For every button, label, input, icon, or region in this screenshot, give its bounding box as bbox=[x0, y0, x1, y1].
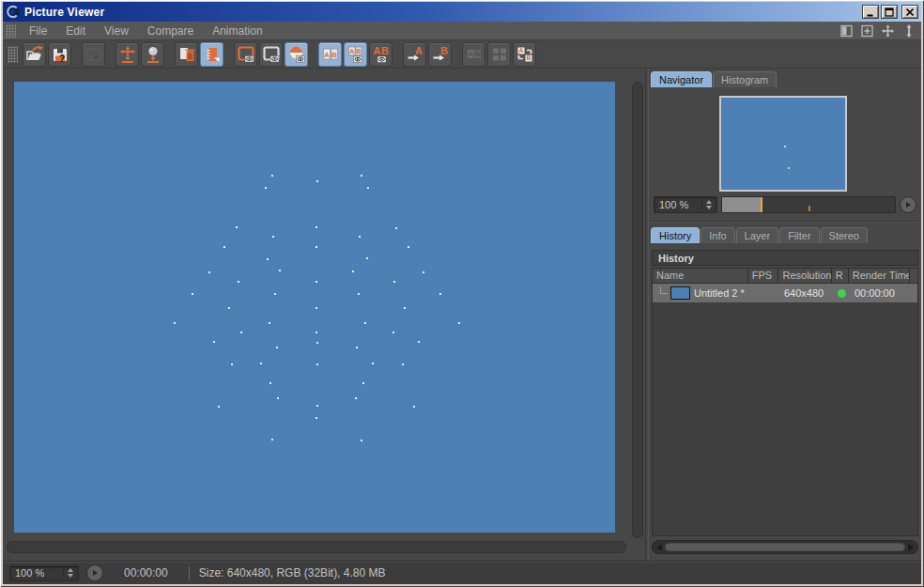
sphere-down-icon bbox=[144, 45, 162, 64]
show-channels-button[interactable] bbox=[285, 42, 308, 67]
ab-diff-icon: AB bbox=[465, 45, 484, 64]
navigator-tab-navigator[interactable]: Navigator bbox=[651, 71, 712, 87]
app-logo-icon bbox=[6, 5, 20, 19]
split-pane-icon[interactable] bbox=[839, 24, 854, 38]
history-tab-stereo[interactable]: Stereo bbox=[821, 227, 868, 243]
scroll-right-arrow-icon[interactable] bbox=[908, 544, 914, 551]
statusbar-zoom-value: 100 % bbox=[15, 567, 44, 579]
show-frame-a-button[interactable] bbox=[234, 42, 257, 67]
navigator-zoom-row: 100 % bbox=[654, 196, 916, 213]
pie-eye-icon bbox=[287, 45, 306, 64]
image-position-button[interactable] bbox=[116, 42, 139, 67]
navigator-options-button[interactable] bbox=[900, 196, 916, 213]
svg-text:B: B bbox=[526, 54, 531, 61]
move-panel-icon[interactable] bbox=[881, 24, 895, 38]
batch-render-button bbox=[82, 42, 105, 67]
film-grid-icon bbox=[85, 45, 103, 64]
ab-grid-button bbox=[487, 42, 511, 67]
menu-grip-handle[interactable] bbox=[6, 24, 16, 38]
compare-ab-button[interactable]: AB bbox=[318, 42, 342, 67]
menu-item-compare[interactable]: Compare bbox=[138, 24, 203, 38]
history-row[interactable]: Untitled 2 * 640x480 00:00:00 bbox=[653, 284, 917, 302]
statusbar-options-button[interactable] bbox=[86, 564, 103, 581]
set-as-a-button[interactable]: A bbox=[403, 42, 426, 67]
history-tab-history[interactable]: History bbox=[651, 227, 700, 243]
arrow-to-b-icon: B bbox=[431, 45, 450, 64]
side-panel: NavigatorHistogram 100 % HistoryInfoLaye… bbox=[649, 69, 921, 561]
navigator-zoom-slider[interactable] bbox=[721, 196, 896, 213]
svg-text:A: A bbox=[518, 47, 523, 54]
history-row-resolution: 640x480 bbox=[784, 287, 824, 299]
ab-eye-icon: AB bbox=[346, 45, 365, 64]
toolbar-grip-handle[interactable] bbox=[8, 46, 18, 63]
open-button[interactable] bbox=[23, 42, 46, 67]
history-tab-filter[interactable]: Filter bbox=[779, 227, 819, 243]
save-icon: ? bbox=[51, 45, 69, 64]
menu-item-animation[interactable]: Animation bbox=[203, 24, 271, 38]
title-bar: Picture Viewer bbox=[3, 2, 921, 22]
navigator-tabs: NavigatorHistogram bbox=[651, 71, 777, 87]
menu-item-file[interactable]: File bbox=[20, 24, 56, 38]
swap-ab-button[interactable]: AB bbox=[513, 42, 536, 67]
svg-text:A: A bbox=[373, 45, 380, 56]
material-drop-button[interactable] bbox=[141, 42, 164, 67]
column-header-render-time[interactable]: Render Time bbox=[849, 269, 910, 283]
viewer-vertical-scrollbar[interactable] bbox=[632, 82, 643, 538]
viewer-pane bbox=[3, 69, 645, 561]
minimize-button[interactable] bbox=[862, 5, 879, 19]
ab-grid-icon bbox=[490, 45, 509, 64]
history-tabs: HistoryInfoLayerFilterStereo bbox=[651, 227, 868, 243]
svg-text:A: A bbox=[415, 45, 423, 56]
gray-frame-eye-icon bbox=[262, 45, 281, 64]
ab-difference-button: AB bbox=[462, 42, 485, 67]
panel-controls bbox=[839, 24, 916, 38]
folder-open-icon bbox=[25, 45, 44, 64]
ab-overlay-eye-icon: AB bbox=[372, 45, 391, 64]
menu-item-edit[interactable]: Edit bbox=[56, 24, 95, 38]
scrollbar-thumb[interactable] bbox=[665, 543, 905, 551]
navigator-tab-histogram[interactable]: Histogram bbox=[713, 71, 777, 87]
column-header-resolution[interactable]: Resolution bbox=[778, 269, 831, 283]
scale-panel-icon[interactable] bbox=[901, 24, 916, 38]
toolbar-buttons: ?ABABABABABAB bbox=[23, 42, 538, 67]
maximize-icon bbox=[884, 7, 895, 18]
play-arrow-icon bbox=[93, 570, 98, 576]
statusbar-size-info: Size: 640x480, RGB (32Bit), 4.80 MB bbox=[199, 566, 386, 579]
compare-ab-eye-button[interactable]: AB bbox=[344, 42, 367, 67]
history-tab-info[interactable]: Info bbox=[701, 227, 734, 243]
column-header-r[interactable]: R bbox=[832, 269, 849, 283]
spinner-up-icon bbox=[706, 200, 712, 204]
rendered-image-canvas[interactable] bbox=[14, 82, 615, 533]
delete-image-button[interactable] bbox=[175, 42, 198, 67]
save-button[interactable]: ? bbox=[48, 42, 71, 67]
history-horizontal-scrollbar[interactable] bbox=[652, 540, 918, 554]
statusbar-zoom-spinner[interactable] bbox=[63, 568, 73, 578]
svg-text:B: B bbox=[355, 46, 361, 54]
menu-item-view[interactable]: View bbox=[95, 24, 138, 38]
history-section-header: History bbox=[652, 250, 918, 266]
navigator-zoom-field[interactable]: 100 % bbox=[654, 196, 717, 213]
viewer-horizontal-scrollbar[interactable] bbox=[7, 541, 626, 553]
navigator-zoom-marker[interactable] bbox=[761, 197, 762, 212]
history-table-header: NameFPSResolutionRRender Time bbox=[653, 269, 917, 284]
history-row-render-time: 00:00:00 bbox=[855, 287, 895, 299]
set-as-b-button[interactable]: B bbox=[428, 42, 452, 67]
column-header-fps[interactable]: FPS bbox=[748, 269, 779, 283]
new-panel-icon[interactable] bbox=[860, 24, 874, 38]
ab-overlay-button[interactable]: AB bbox=[369, 42, 393, 67]
show-frame-b-button[interactable] bbox=[259, 42, 283, 67]
navigator-zoom-spinner[interactable] bbox=[701, 200, 712, 209]
arrow-to-a-icon: A bbox=[406, 45, 424, 64]
scroll-left-arrow-icon[interactable] bbox=[656, 544, 662, 551]
clone-image-button[interactable] bbox=[200, 42, 223, 67]
maximize-button[interactable] bbox=[881, 5, 898, 19]
svg-text:A: A bbox=[468, 49, 473, 57]
svg-text:B: B bbox=[381, 45, 389, 56]
history-row-thumbnail bbox=[670, 286, 690, 300]
history-tab-layer[interactable]: Layer bbox=[736, 227, 779, 243]
minimize-icon bbox=[865, 7, 876, 18]
column-header-name[interactable]: Name bbox=[653, 269, 748, 283]
navigator-thumbnail[interactable] bbox=[719, 96, 847, 192]
close-button[interactable] bbox=[901, 5, 918, 19]
statusbar-zoom-field[interactable]: 100 % bbox=[9, 565, 79, 581]
